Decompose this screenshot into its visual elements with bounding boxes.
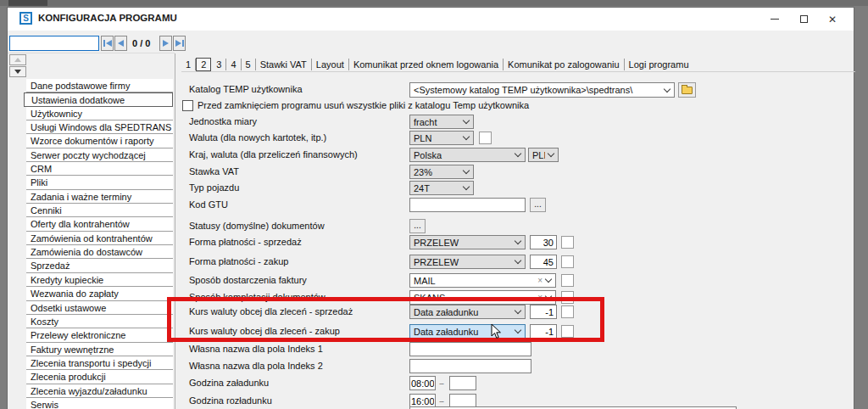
form-row-invoice-delivery: Sposób dostarczenia faktury MAIL × [8,273,855,289]
field-label: Kurs waluty obcej dla zleceń - zakup [189,326,340,336]
currency-combobox[interactable]: PLN [409,131,474,145]
temp-catalog-combobox[interactable]: <Systemowy katalog TEMP użytkownika>\spe… [409,82,675,98]
doc-completion-extra-box[interactable] [561,291,574,304]
window-title: KONFIGURACJA PROGRAMU [38,13,177,23]
tab-1[interactable]: 1 [181,59,196,70]
form-row-index1: Własna nazwa dla pola Indeks 1 [8,342,855,357]
tab-2[interactable]: 2 [196,58,211,71]
tab-4[interactable]: 4 [226,59,241,70]
last-record-button[interactable] [173,36,186,51]
combobox-value: PRZELEW [414,238,512,248]
tab-komunikat-po[interactable]: Komunikat po zalogowaniu [504,59,624,70]
rate-sale-offset-input[interactable] [530,305,557,319]
form-row-vat: Stawka VAT 23% [8,165,855,180]
payment-purchase-extra-box[interactable] [561,255,574,268]
chevron-down-icon [463,117,470,124]
cleanup-checkbox[interactable] [182,100,193,111]
form-row-temp-catalog: Katalog TEMP użytkownika <Systemowy kata… [8,82,855,98]
rate-purchase-extra-box[interactable] [561,325,574,338]
field-label: Sposób kompletacji dokumentów [189,292,326,302]
combobox-value: PLN [532,150,545,160]
next-record-button[interactable] [159,36,172,51]
payment-purchase-combobox[interactable]: PRZELEW [409,255,526,269]
country-currency-combobox[interactable]: PLN [528,148,559,162]
tab-5[interactable]: 5 [242,59,256,70]
gtu-code-input[interactable] [409,198,526,212]
search-input[interactable] [9,36,99,51]
title-bar[interactable]: S KONFIGURACJA PROGRAMU ✕ [8,8,854,31]
tab-3[interactable]: 3 [212,59,226,70]
last-record-icon [175,40,181,47]
payment-sale-combobox[interactable]: PRZELEW [409,235,526,249]
gtu-more-button[interactable]: ... [530,198,546,212]
combobox-value: 24T [414,183,460,193]
browse-folder-button[interactable] [678,82,696,98]
combobox-value: MAIL [414,276,534,286]
checkbox-label: Przed zamknięciem programu usuń wszystki… [198,100,529,110]
rate-sale-combobox[interactable]: Data załadunku [409,305,526,319]
vehicle-type-combobox[interactable]: 24T [409,181,474,195]
next-record-icon [163,40,169,47]
unit-combobox[interactable]: fracht [409,115,474,129]
combobox-value: 23% [414,167,460,177]
index2-input[interactable] [409,359,531,373]
sidebar-scroll-up-button[interactable] [9,54,26,65]
vat-combobox[interactable]: 23% [409,165,474,179]
payment-sale-days-input[interactable] [530,235,557,249]
chevron-down-icon [548,150,554,157]
app-logo-icon: S [19,12,32,25]
loading-hour-input[interactable] [409,376,436,390]
combobox-value: PLN [414,133,460,143]
rate-purchase-combobox[interactable]: Data załadunku [409,324,526,339]
field-label: Typ pojazdu [189,182,239,193]
first-record-button[interactable] [101,36,114,51]
arrow-up-icon [14,58,21,62]
first-record-icon [103,40,105,47]
maximize-button[interactable] [789,8,818,31]
combobox-value: <Systemowy katalog TEMP użytkownika>\spe… [414,85,661,95]
combobox-value: SKANS [414,293,534,303]
payment-purchase-days-input[interactable] [530,255,557,269]
doc-completion-combobox[interactable]: SKANS × [409,290,556,305]
desktop-notch [8,0,47,6]
rate-purchase-offset-input[interactable] [530,324,557,339]
combobox-value: PRZELEW [414,257,512,267]
index1-input[interactable] [409,342,531,356]
dash-separator: --- [439,397,443,405]
payment-sale-extra-box[interactable] [561,236,574,249]
sidebar-scroll-down-button[interactable] [9,66,26,77]
previous-record-button[interactable] [114,36,127,51]
field-label: Forma płatności - zakup [189,256,288,266]
close-button[interactable]: ✕ [818,8,847,31]
statuses-more-button[interactable]: ... [409,219,426,233]
tab-komunikat-przed[interactable]: Komunikat przed oknem logowania [349,59,504,70]
tab-stawki-vat[interactable]: Stawki VAT [256,59,312,70]
chevron-down-icon [515,238,521,244]
maximize-icon [800,15,808,23]
rate-sale-extra-box[interactable] [561,305,574,318]
tab-layout[interactable]: Layout [312,59,349,70]
form-row-cleanup: Przed zamknięciem programu usuń wszystki… [8,98,855,114]
form-row-unit: Jednostka miary fracht [8,115,855,130]
form-row-rate-sale: Kurs waluty obcej dla zleceń - sprzedaż … [8,305,855,320]
loading-hour-end-input[interactable] [449,376,476,390]
clear-icon[interactable]: × [537,293,542,302]
folder-icon [682,87,693,94]
invoice-delivery-extra-box[interactable] [561,274,574,287]
chevron-down-icon [515,327,521,333]
clear-icon[interactable]: × [537,276,542,285]
field-label: Godzina załadunku [189,378,269,388]
record-counter: 0 / 0 [132,38,150,48]
form-row-doc-completion: Sposób kompletacji dokumentów SKANS × [8,290,855,305]
field-label: Godzina rozładunku [189,395,272,406]
country-combobox[interactable]: Polska [409,148,526,162]
currency-extra-box[interactable] [479,132,492,144]
form-row-payment-sale: Forma płatności - sprzedaż PRZELEW [8,235,855,250]
form-row-index2: Własna nazwa dla pola Indeks 2 [8,359,855,374]
tab-logi[interactable]: Logi programu [625,59,693,70]
invoice-delivery-combobox[interactable]: MAIL × [409,273,556,288]
field-label: Waluta (dla nowych kartotek, itp.) [189,132,326,143]
minimize-button[interactable] [760,8,789,31]
form-row-payment-purchase: Forma płatności - zakup PRZELEW [8,255,855,270]
field-label: Sposób dostarczenia faktury [189,275,307,285]
